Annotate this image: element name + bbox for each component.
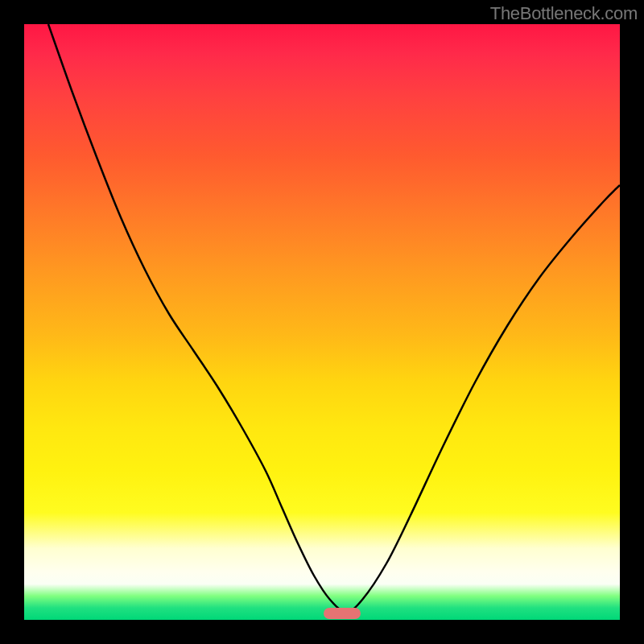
sweet-spot-marker [324, 608, 361, 619]
bottleneck-curve [24, 24, 620, 620]
plot-area [24, 24, 620, 620]
chart-container: TheBottleneck.com [0, 0, 644, 644]
watermark-text: TheBottleneck.com [490, 3, 638, 24]
